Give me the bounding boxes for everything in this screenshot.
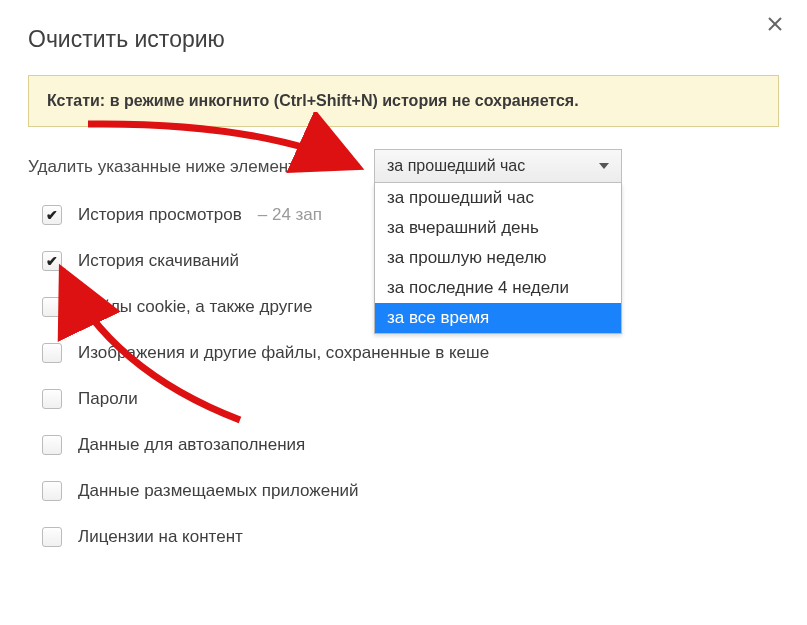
checkbox-label[interactable]: Изображения и другие файлы, сохраненные … (78, 343, 489, 363)
delete-prompt-text: Удалить указанные ниже элементы (28, 157, 308, 177)
time-range-option[interactable]: за вчерашний день (375, 213, 621, 243)
checkbox-label[interactable]: История просмотров (78, 205, 242, 225)
clear-history-dialog: Очистить историю Кстати: в режиме инкогн… (0, 0, 807, 573)
checkbox-row: Данные размещаемых приложений (42, 481, 779, 501)
checkbox-label[interactable]: Данные размещаемых приложений (78, 481, 359, 501)
checkbox[interactable] (42, 481, 62, 501)
checkbox[interactable] (42, 297, 62, 317)
checkbox[interactable] (42, 435, 62, 455)
checkbox[interactable] (42, 527, 62, 547)
checkbox-row: Лицензии на контент (42, 527, 779, 547)
checkbox[interactable] (42, 251, 62, 271)
checkbox[interactable] (42, 205, 62, 225)
checkbox-label[interactable]: Пароли (78, 389, 138, 409)
checkbox-suffix: – 24 зап (258, 205, 322, 225)
dialog-title: Очистить историю (28, 26, 779, 53)
time-range-selected-value: за прошедший час (387, 157, 525, 174)
checkbox-label[interactable]: Лицензии на контент (78, 527, 243, 547)
close-icon (767, 16, 783, 32)
checkbox[interactable] (42, 389, 62, 409)
time-range-option[interactable]: за последние 4 недели (375, 273, 621, 303)
checkbox[interactable] (42, 343, 62, 363)
time-range-option[interactable]: за прошлую неделю (375, 243, 621, 273)
checkbox-label[interactable]: История скачиваний (78, 251, 239, 271)
checkbox-label[interactable]: Данные для автозаполнения (78, 435, 305, 455)
checkbox-row: Пароли (42, 389, 779, 409)
checkbox-row: Данные для автозаполнения (42, 435, 779, 455)
time-range-dropdown[interactable]: за прошедший часза вчерашний деньза прош… (374, 183, 622, 334)
time-range-option[interactable]: за все время (375, 303, 621, 333)
checkbox-label[interactable]: Файлы cookie, а также другие (78, 297, 312, 317)
close-button[interactable] (767, 16, 787, 36)
delete-prompt-row: Удалить указанные ниже элементы за проше… (28, 157, 779, 177)
time-range-option[interactable]: за прошедший час (375, 183, 621, 213)
time-range-select[interactable]: за прошедший час за прошедший часза вчер… (374, 149, 622, 334)
chevron-down-icon (599, 163, 609, 169)
time-range-select-button[interactable]: за прошедший час (374, 149, 622, 183)
checkbox-row: Изображения и другие файлы, сохраненные … (42, 343, 779, 363)
incognito-tip-banner: Кстати: в режиме инкогнито (Ctrl+Shift+N… (28, 75, 779, 127)
